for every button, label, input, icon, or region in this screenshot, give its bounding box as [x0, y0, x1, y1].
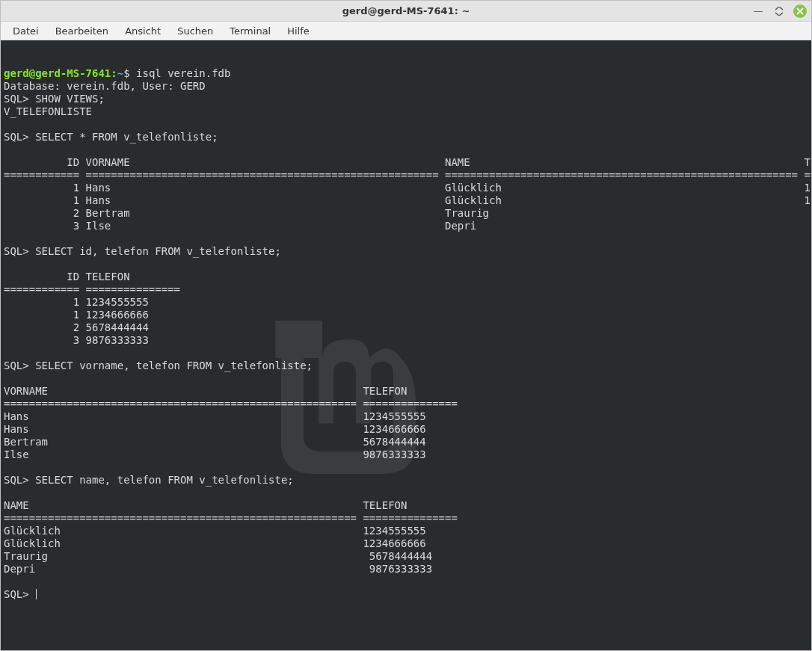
- result-row: 3 Ilse Depri 9876333333: [4, 220, 811, 232]
- result-header: ID TELEFON: [4, 271, 130, 283]
- blank-line: [4, 372, 10, 384]
- result-rule: ========================================…: [4, 512, 458, 524]
- prompt-path: ~: [117, 67, 123, 79]
- terminal-line: Database: verein.fdb, User: GERD: [4, 80, 206, 92]
- terminal-line: SQL>: [4, 588, 37, 600]
- shell-command: isql verein.fdb: [136, 67, 230, 79]
- window-controls: —: [751, 1, 807, 21]
- prompt-sep1: :: [111, 67, 117, 79]
- result-rule: ============ ===========================…: [4, 169, 811, 181]
- sql-command: SELECT name, telefon FROM v_telefonliste…: [35, 474, 294, 486]
- blank-line: [4, 258, 10, 270]
- result-row: 2 5678444444: [4, 321, 149, 333]
- result-header: NAME TELEFON: [4, 499, 407, 511]
- terminal-line: SQL> SELECT vorname, telefon FROM v_tele…: [4, 360, 313, 371]
- blank-line: [4, 144, 10, 155]
- result-header: VORNAME TELEFON: [4, 385, 407, 397]
- sql-prompt: SQL>: [4, 474, 35, 486]
- terminal-viewport[interactable]: gerd@gerd-MS-7641:~$ isql verein.fdb Dat…: [1, 40, 811, 650]
- prompt-sep2: $: [123, 67, 136, 79]
- result-row: Glücklich 1234555555: [4, 525, 426, 537]
- result-row: Hans 1234666666: [4, 423, 426, 435]
- terminal-line: SQL> SELECT id, telefon FROM v_telefonli…: [4, 245, 281, 257]
- cursor-icon: [36, 589, 37, 599]
- sql-command: SELECT id, telefon FROM v_telefonliste;: [35, 245, 281, 257]
- blank-line: [4, 118, 10, 130]
- result-row: 1 Hans Glücklich 1234666666: [4, 194, 811, 206]
- prompt-user: gerd@gerd-MS-7641: [4, 67, 111, 79]
- result-row: Bertram 5678444444: [4, 436, 426, 448]
- terminal-line: gerd@gerd-MS-7641:~$ isql verein.fdb: [4, 67, 230, 79]
- sql-command: SELECT * FROM v_telefonliste;: [35, 131, 218, 143]
- blank-line: [4, 461, 10, 473]
- menu-ansicht[interactable]: Ansicht: [117, 24, 168, 38]
- menu-hilfe[interactable]: Hilfe: [280, 24, 317, 38]
- blank-line: [4, 347, 10, 359]
- result-row: Glücklich 1234666666: [4, 537, 426, 549]
- titlebar[interactable]: gerd@gerd-MS-7641: ~ —: [1, 1, 811, 22]
- result-row: 1 Hans Glücklich 1234555555: [4, 182, 811, 194]
- result-row: 3 9876333333: [4, 334, 149, 346]
- result-row: 1 1234666666: [4, 309, 149, 321]
- result-row: 2 Bertram Traurig 5678444444: [4, 207, 811, 219]
- result-rule: ========================================…: [4, 398, 458, 410]
- terminal-window: gerd@gerd-MS-7641: ~ — Datei Bearbeiten …: [0, 0, 812, 651]
- menu-datei[interactable]: Datei: [5, 24, 46, 38]
- terminal-line: V_TELEFONLISTE: [4, 105, 92, 117]
- result-row: Depri 9876333333: [4, 563, 432, 575]
- maximize-button[interactable]: [772, 4, 786, 18]
- result-header: ID VORNAME NAME TELEFON: [4, 156, 811, 168]
- menu-suchen[interactable]: Suchen: [170, 24, 221, 38]
- menubar: Datei Bearbeiten Ansicht Suchen Terminal…: [1, 22, 811, 40]
- close-button[interactable]: [793, 4, 807, 18]
- window-title: gerd@gerd-MS-7641: ~: [1, 5, 811, 16]
- result-row: Hans 1234555555: [4, 410, 426, 422]
- blank-line: [4, 232, 10, 244]
- terminal-line: SQL> SELECT * FROM v_telefonliste;: [4, 131, 218, 143]
- menu-terminal[interactable]: Terminal: [222, 24, 278, 38]
- result-row: Ilse 9876333333: [4, 448, 426, 460]
- result-rule: ============ ===============: [4, 283, 180, 295]
- blank-line: [4, 576, 10, 587]
- sql-prompt: SQL>: [4, 131, 35, 143]
- sql-command: SHOW VIEWS;: [35, 93, 105, 105]
- menu-bearbeiten[interactable]: Bearbeiten: [48, 24, 116, 38]
- result-row: 1 1234555555: [4, 296, 149, 308]
- sql-prompt: SQL>: [4, 245, 35, 257]
- sql-prompt: SQL>: [4, 93, 35, 105]
- minimize-button[interactable]: —: [751, 4, 765, 18]
- sql-command: SELECT vorname, telefon FROM v_telefonli…: [35, 360, 313, 371]
- result-row: Traurig 5678444444: [4, 550, 432, 562]
- sql-prompt: SQL>: [4, 588, 35, 600]
- blank-line: [4, 487, 10, 499]
- terminal-line: SQL> SHOW VIEWS;: [4, 93, 105, 105]
- terminal-line: SQL> SELECT name, telefon FROM v_telefon…: [4, 474, 294, 486]
- sql-prompt: SQL>: [4, 360, 35, 371]
